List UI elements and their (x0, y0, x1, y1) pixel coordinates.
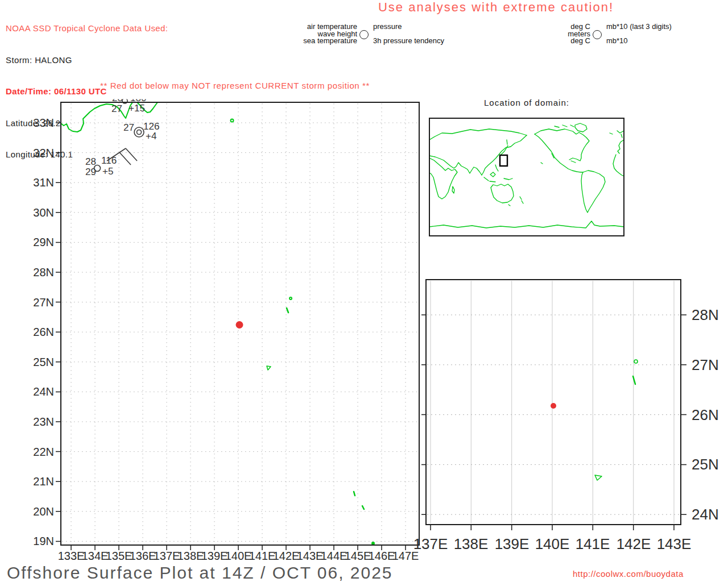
station2-air-temp: 27 (123, 122, 134, 133)
coast-south-america (581, 171, 605, 213)
lat-label-28n: 28N (33, 266, 54, 278)
station1-tendency: +15 (129, 103, 145, 114)
station2-tendency: +4 (146, 131, 156, 142)
zoom-map-grid (427, 281, 680, 523)
zoom-map-lon-axis: 137E 138E 139E 140E 141E 142E 143E (413, 535, 692, 552)
zoom-lat-26n: 26N (692, 406, 719, 423)
island-philippines (495, 165, 498, 171)
zoom-lon-142e: 142E (617, 535, 651, 552)
lon-label-136e: 136E (130, 550, 156, 562)
lon-label-137e: 137E (154, 550, 180, 562)
island-java (490, 181, 495, 182)
zoom-map-islands (595, 360, 638, 480)
lon-label-134e: 134E (82, 550, 109, 562)
axis-ticks (56, 123, 686, 550)
zoom-lon-138e: 138E (454, 535, 489, 552)
island-hawaii (541, 163, 543, 164)
island-mariana-3 (372, 542, 374, 544)
island-chichijima (289, 297, 292, 300)
coast-antarctica (429, 221, 624, 228)
lat-label-31n: 31N (33, 176, 54, 189)
offshore-surface-plot: NOAA SSD Tropical Cyclone Data Used: Sto… (0, 0, 728, 582)
lat-label-19n: 19N (33, 535, 54, 547)
zoom-map-lat-axis: 28N 27N 26N 25N 24N (692, 306, 719, 523)
domain-rectangle (500, 155, 507, 166)
zoom-lon-137e: 137E (413, 535, 448, 552)
zoom-island-chichijima (634, 360, 638, 363)
island-tasmania (508, 205, 510, 206)
station-plot-3: 28 116 29 +5 (85, 148, 137, 177)
footer-url: http://coolwx.com/buoydata (573, 569, 684, 579)
lat-label-21n: 21N (33, 475, 54, 488)
coast-siberia (429, 129, 527, 140)
zoom-map-right-ticks (681, 315, 686, 514)
zoom-lat-24n: 24N (692, 506, 719, 523)
island-cuba (571, 161, 576, 163)
lat-label-24n: 24N (33, 385, 54, 398)
coast-south-asia (429, 156, 482, 175)
world-inset-map (429, 118, 624, 236)
island-hahajima (287, 308, 288, 313)
footer-plot-title: Offshore Surface Plot at 14Z / OCT 06, 2… (7, 563, 393, 582)
lat-label-23n: 23N (33, 415, 54, 428)
station3-tendency: +5 (102, 166, 113, 177)
lon-label-139e: 139E (201, 550, 228, 562)
lat-label-26n: 26N (33, 326, 54, 338)
coast-europe-edge (617, 131, 624, 153)
zoom-lon-140e: 140E (535, 535, 570, 552)
world-map-canvas (429, 123, 624, 228)
main-map-left-ticks (56, 123, 61, 541)
lon-label-141e: 141E (249, 550, 276, 562)
storm-dot-main (236, 321, 243, 329)
coast-north-america-east (535, 129, 589, 161)
lat-label-20n: 20N (33, 505, 54, 518)
island-madagascar (452, 186, 454, 193)
island-new-zealand (520, 197, 523, 203)
lat-label-32n: 32N (33, 147, 54, 159)
main-map-grid-horizontal (62, 123, 418, 541)
island-borneo (490, 172, 495, 177)
station3-sea-temp: 29 (85, 167, 96, 177)
station2-wave-circle-outer (134, 127, 144, 137)
lon-label-140e: 140E (225, 550, 252, 562)
lon-label-144e: 144E (321, 550, 348, 562)
coast-west-africa-edge (613, 155, 624, 176)
island-mariana-1 (354, 492, 355, 496)
coast-australia (491, 184, 514, 203)
island-iceland (610, 133, 613, 134)
zoom-map-grid-horizontal (427, 315, 680, 514)
zoom-lat-27n: 27N (692, 356, 719, 373)
main-map-lat-axis: 33N 32N 31N 30N 29N 28N 27N 26N 25N 24N … (33, 117, 54, 547)
lat-label-25n: 25N (33, 356, 54, 368)
arctic-islands (555, 125, 574, 127)
lon-label-145e: 145E (345, 550, 371, 562)
island-new-guinea (504, 178, 512, 180)
station3-air-temp: 28 (85, 156, 96, 167)
zoom-lon-143e: 143E (657, 535, 692, 552)
lon-label-138e: 138E (177, 550, 204, 562)
zoom-lat-25n: 25N (692, 456, 719, 473)
lat-label-22n: 22N (33, 446, 54, 458)
island-greenland (575, 123, 587, 132)
island-sakhalin (507, 140, 507, 144)
station-plot-2: 27 126 +4 (123, 121, 159, 142)
island-sumatra (484, 177, 489, 181)
zoom-lat-28n: 28N (692, 306, 719, 323)
lat-label-29n: 29N (33, 236, 54, 248)
zoom-map-bottom-ticks (431, 525, 674, 530)
lon-label-143e: 143E (297, 550, 324, 562)
station3-pressure: 116 (101, 155, 117, 166)
island-iwojima (267, 366, 271, 370)
coast-japan (500, 146, 508, 156)
island-hachijojima (231, 119, 234, 122)
coast-north-america-west (535, 134, 583, 172)
station1-clip-mask (108, 90, 157, 99)
world-map-frame (429, 118, 624, 236)
station2-wave-circle-inner (137, 130, 142, 135)
station-plots: 28 180 27 +15 27 126 +4 28 116 29 (85, 90, 159, 177)
zoom-map-grid-vertical (431, 281, 674, 523)
lat-label-27n: 27N (33, 296, 54, 309)
zoom-map-frame (426, 280, 681, 525)
storm-dot-zoom (551, 403, 556, 409)
lon-label-135e: 135E (106, 550, 133, 562)
